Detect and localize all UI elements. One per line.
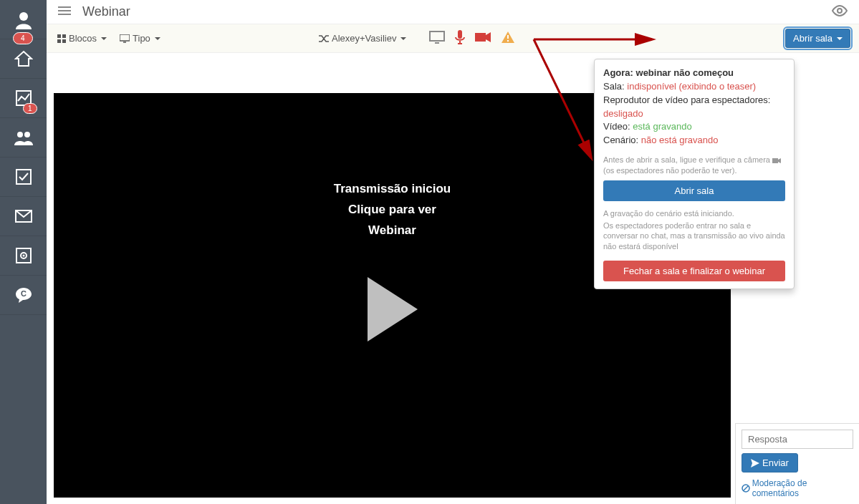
- svg-text:C: C: [21, 289, 27, 298]
- chat-bubble-icon: C: [14, 286, 33, 304]
- screen-share-button[interactable]: [429, 31, 445, 46]
- video-label: Vídeo:: [603, 121, 630, 132]
- sala-value: indisponível (exibindo o teaser): [627, 81, 756, 92]
- sidebar-item-tasks[interactable]: [0, 158, 47, 197]
- video-overlay-text: Transmissão iniciou Clique para ver Webi…: [334, 179, 451, 241]
- analytics-badge: 1: [23, 103, 37, 114]
- svg-rect-15: [62, 34, 66, 38]
- svg-rect-29: [772, 158, 778, 163]
- sidebar-item-analytics[interactable]: 1: [0, 79, 47, 118]
- popover-note1: Antes de abrir a sala, ligue e verifique…: [603, 155, 785, 176]
- now-label: Agora:: [603, 67, 633, 78]
- home-icon: [14, 49, 33, 68]
- warning-icon: [501, 31, 515, 44]
- svg-rect-14: [57, 34, 61, 38]
- room-status-popover: Agora: webinar não começou Sala: indispo…: [594, 59, 795, 289]
- toolbar: Blocos Tipo Alexey+Vasiliev: [47, 24, 859, 53]
- popover-note2: A gravação do cenário está iniciando.: [603, 208, 785, 219]
- camera-icon: [475, 32, 491, 43]
- svg-rect-23: [475, 33, 486, 42]
- blocos-dropdown[interactable]: Blocos: [57, 33, 107, 44]
- svg-point-2: [17, 132, 23, 137]
- svg-point-13: [838, 9, 842, 13]
- presenter-label: Alexey+Vasiliev: [332, 33, 396, 44]
- grid-icon: [57, 34, 66, 43]
- safe-icon: [15, 247, 32, 264]
- svg-line-35: [744, 486, 749, 491]
- svg-rect-16: [57, 39, 61, 43]
- video-text-line2: Clique para ver: [334, 200, 451, 220]
- chat-input[interactable]: [742, 430, 853, 449]
- eye-icon: [832, 5, 848, 16]
- sidebar-item-settings[interactable]: [0, 236, 47, 276]
- caret-down-icon: [101, 37, 107, 40]
- toolbar-center: Alexey+Vasiliev: [319, 30, 515, 47]
- svg-rect-20: [430, 32, 444, 41]
- menu-toggle[interactable]: [52, 3, 77, 21]
- svg-point-3: [24, 132, 30, 137]
- svg-marker-24: [486, 32, 491, 42]
- mic-button[interactable]: [455, 30, 465, 47]
- camera-button[interactable]: [475, 32, 491, 45]
- sidebar-item-mail[interactable]: [0, 197, 47, 236]
- moderation-link[interactable]: Moderação de comentários: [742, 478, 853, 498]
- video-value: está gravando: [633, 121, 691, 132]
- moderation-label: Moderação de comentários: [752, 478, 853, 498]
- users-icon: [14, 130, 34, 145]
- svg-marker-30: [778, 158, 781, 163]
- monitor-icon: [429, 31, 445, 44]
- popover-note3: Os espectadores poderão entrar no sala e…: [603, 220, 785, 253]
- sidebar-item-profile[interactable]: 4: [0, 0, 47, 39]
- svg-rect-22: [458, 30, 462, 39]
- svg-rect-4: [16, 170, 31, 184]
- play-icon: [360, 273, 425, 345]
- open-room-dropdown[interactable]: Abrir sala: [785, 29, 850, 48]
- tipo-dropdown[interactable]: Tipo: [120, 33, 160, 44]
- svg-marker-28: [368, 277, 418, 341]
- user-icon: [14, 9, 34, 29]
- video-text-line1: Transmissão iniciou: [334, 179, 451, 200]
- svg-point-27: [507, 40, 509, 42]
- warning-button[interactable]: [501, 31, 515, 46]
- sala-label: Sala:: [603, 81, 625, 92]
- sidebar-item-chat[interactable]: C: [0, 276, 47, 315]
- mic-icon: [455, 30, 465, 44]
- presenter-dropdown[interactable]: Alexey+Vasiliev: [319, 33, 406, 44]
- header: Webinar: [47, 0, 859, 24]
- hamburger-icon: [58, 6, 71, 16]
- cenario-value: não está gravando: [641, 135, 719, 145]
- now-value: webinar não começou: [636, 67, 734, 78]
- caret-down-icon: [400, 37, 406, 40]
- svg-point-0: [19, 12, 28, 21]
- sidebar-item-home[interactable]: [0, 39, 47, 79]
- monitor-icon: [120, 34, 130, 43]
- send-icon: [751, 459, 759, 467]
- reproducer-value: desligado: [603, 108, 643, 119]
- open-room-label: Abrir sala: [793, 33, 832, 44]
- page-title: Webinar: [82, 4, 130, 19]
- checkbox-icon: [15, 168, 32, 185]
- reproducer-label: Reprodutor de vídeo para espectadores:: [603, 94, 770, 105]
- chat-panel: Enviar Moderação de comentários: [735, 423, 859, 504]
- camera-icon: [772, 158, 781, 164]
- caret-down-icon: [837, 37, 843, 40]
- send-label: Enviar: [762, 457, 789, 468]
- open-room-button[interactable]: Abrir sala: [603, 180, 785, 201]
- preview-button[interactable]: [826, 2, 853, 21]
- caret-down-icon: [155, 37, 160, 40]
- cenario-label: Cenário:: [603, 135, 638, 145]
- svg-rect-18: [120, 34, 130, 41]
- blocos-label: Blocos: [69, 33, 97, 44]
- send-button[interactable]: Enviar: [742, 453, 798, 472]
- shuffle-icon: [319, 34, 329, 43]
- sidebar-item-users[interactable]: [0, 118, 47, 158]
- block-icon: [742, 484, 750, 493]
- close-room-button[interactable]: Fechar a sala e finalizar o webinar: [603, 261, 785, 281]
- mail-icon: [15, 210, 32, 223]
- tipo-label: Tipo: [133, 33, 150, 44]
- svg-point-8: [22, 255, 24, 257]
- play-button[interactable]: [360, 273, 425, 347]
- svg-rect-17: [62, 39, 66, 43]
- video-text-line3: Webinar: [334, 220, 451, 241]
- sidebar: 4 1 C: [0, 0, 47, 504]
